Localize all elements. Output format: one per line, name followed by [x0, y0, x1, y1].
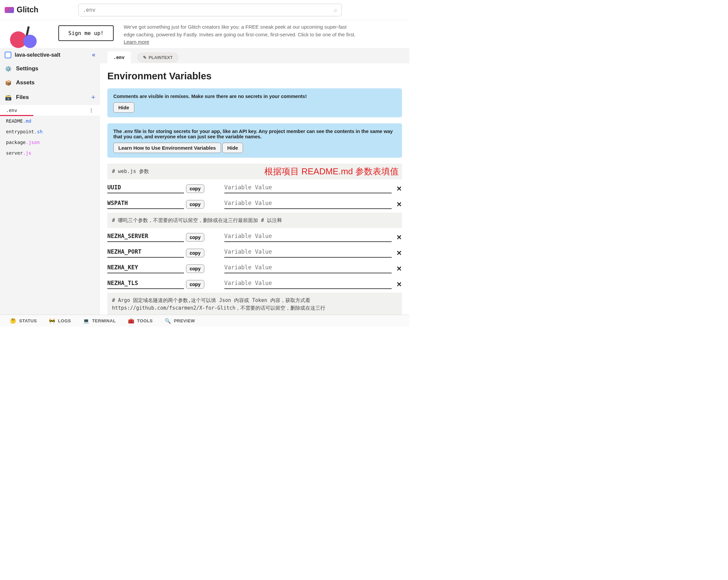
tray-icon: 🗃️ [5, 94, 12, 101]
file-item[interactable]: entrypoint.sh [0, 126, 100, 137]
file-item[interactable]: README.md [0, 116, 100, 126]
magnifier-icon: 🔍 [165, 318, 171, 324]
file-item[interactable]: .env⋮ [0, 105, 100, 116]
page-title: Environment Variables [107, 71, 402, 82]
plaintext-pill[interactable]: ✎ PLAINTEXT [137, 53, 178, 62]
learn-more-link[interactable]: Learn more [124, 39, 149, 45]
delete-icon[interactable]: ✕ [396, 233, 402, 241]
copy-button[interactable]: copy [186, 280, 204, 289]
sidebar-item-files[interactable]: 🗃️ Files + [0, 90, 100, 105]
env-var-name: NEZHA_TLS [107, 280, 184, 289]
env-var-value[interactable] [224, 200, 392, 209]
env-var-name: WSPATH [107, 200, 184, 209]
copy-button[interactable]: copy [186, 233, 204, 242]
gear-icon: ⚙️ [5, 65, 12, 72]
tools-label: TOOLS [137, 318, 153, 323]
copy-button[interactable]: copy [186, 264, 204, 273]
pill-label: PLAINTEXT [149, 55, 173, 60]
comment-nezha: # 哪吒三个参数，不需要的话可以留空，删除或在这三行最前面加 # 以注释 [107, 213, 402, 228]
barrier-icon: 🚧 [49, 318, 56, 324]
terminal-label: TERMINAL [92, 318, 116, 323]
sidebar: lava-selective-salt « ⚙️ Settings 📦 Asse… [0, 48, 100, 315]
add-file-icon[interactable]: + [91, 93, 95, 102]
toolbox-icon: 🧰 [128, 318, 135, 324]
sidebar-item-assets[interactable]: 📦 Assets [0, 76, 100, 90]
env-row: NEZHA_SERVERcopy✕ [107, 230, 402, 246]
logo[interactable]: Glitch [5, 5, 38, 14]
env-var-name: NEZHA_SERVER [107, 233, 184, 242]
env-var-value[interactable] [224, 184, 392, 193]
comment1-text: # web.js 参数 [112, 168, 149, 174]
env-var-name: UUID [107, 184, 184, 193]
comment-argo: # Argo 固定域名隧道的两个参数,这个可以填 Json 内容或 Token … [107, 293, 402, 315]
search-input[interactable] [83, 7, 334, 13]
collapse-icon[interactable]: « [92, 51, 95, 58]
status-label: STATUS [19, 318, 37, 323]
delete-icon[interactable]: ✕ [396, 249, 402, 257]
env-row: WSPATHcopy✕ [107, 197, 402, 213]
alert-comments: Comments are visible in remixes. Make su… [107, 88, 402, 117]
learn-env-button[interactable]: Learn How to Use Environment Variables [113, 143, 221, 153]
assets-label: Assets [16, 79, 35, 86]
tools-button[interactable]: 🧰TOOLS [128, 318, 153, 324]
delete-icon[interactable]: ✕ [396, 265, 402, 273]
brand-text: Glitch [17, 5, 38, 14]
preview-label: PREVIEW [174, 318, 195, 323]
search-icon[interactable]: ⌕ [334, 7, 337, 13]
project-icon [5, 52, 11, 58]
file-list: .env⋮README.mdentrypoint.shpackage.jsons… [0, 105, 100, 158]
file-menu-icon[interactable]: ⋮ [89, 108, 94, 113]
banner-text: We've got something just for Glitch crea… [124, 23, 357, 46]
preview-button[interactable]: 🔍PREVIEW [165, 318, 195, 324]
pencil-icon: ✎ [143, 55, 147, 60]
comment-web-params: # web.js 参数 根据项目 README.md 参数表填值 [107, 164, 402, 179]
hide-button-2[interactable]: Hide [222, 143, 243, 153]
illustration [7, 25, 45, 48]
alert-env-text: The .env file is for storing secrets for… [113, 129, 393, 139]
project-row[interactable]: lava-selective-salt « [0, 48, 100, 62]
banner-text-body: We've got something just for Glitch crea… [124, 24, 356, 37]
tab-row: .env ✎ PLAINTEXT [100, 48, 409, 63]
delete-icon[interactable]: ✕ [396, 200, 402, 208]
env-var-value[interactable] [224, 280, 392, 289]
signup-button[interactable]: Sign me up! [58, 25, 114, 41]
files-label: Files [16, 94, 29, 101]
laptop-icon: 💻 [83, 318, 90, 324]
file-item[interactable]: server.js [0, 148, 100, 158]
env-row: NEZHA_KEYcopy✕ [107, 261, 402, 277]
tab-env[interactable]: .env [107, 51, 131, 63]
box-icon: 📦 [5, 79, 12, 86]
sidebar-item-settings[interactable]: ⚙️ Settings [0, 62, 100, 76]
env-row: UUIDcopy✕ [107, 181, 402, 197]
logs-button[interactable]: 🚧LOGS [49, 318, 71, 324]
copy-button[interactable]: copy [186, 200, 204, 209]
copy-button[interactable]: copy [186, 249, 204, 257]
project-name: lava-selective-salt [15, 52, 60, 58]
promo-banner: Sign me up! We've got something just for… [0, 20, 409, 48]
glitch-icon [5, 7, 14, 13]
alert-comments-text: Comments are visible in remixes. Make su… [113, 94, 307, 99]
bottom-bar: 🤔STATUS 🚧LOGS 💻TERMINAL 🧰TOOLS 🔍PREVIEW [0, 315, 409, 327]
delete-icon[interactable]: ✕ [396, 280, 402, 288]
logs-label: LOGS [58, 318, 71, 323]
search-box[interactable]: ⌕ [78, 4, 342, 16]
file-item[interactable]: package.json [0, 137, 100, 148]
env-row: NEZHA_PORTcopy✕ [107, 246, 402, 261]
terminal-button[interactable]: 💻TERMINAL [83, 318, 116, 324]
thinking-icon: 🤔 [10, 318, 17, 324]
env-row: NEZHA_TLScopy✕ [107, 277, 402, 293]
alert-env-info: The .env file is for storing secrets for… [107, 123, 402, 158]
delete-icon[interactable]: ✕ [396, 185, 402, 193]
env-var-name: NEZHA_PORT [107, 248, 184, 258]
env-var-value[interactable] [224, 248, 392, 258]
settings-label: Settings [16, 65, 38, 72]
env-var-value[interactable] [224, 264, 392, 273]
hide-button[interactable]: Hide [113, 102, 134, 113]
copy-button[interactable]: copy [186, 184, 204, 193]
red-annotation: 根据项目 README.md 参数表填值 [264, 165, 399, 178]
env-var-name: NEZHA_KEY [107, 264, 184, 273]
status-button[interactable]: 🤔STATUS [10, 318, 37, 324]
env-var-value[interactable] [224, 233, 392, 242]
